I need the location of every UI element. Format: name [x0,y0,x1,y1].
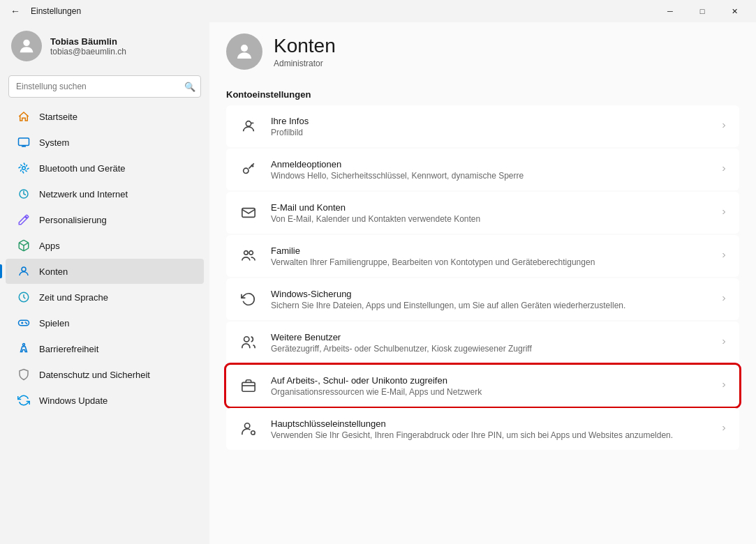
sidebar-item-datenschutz[interactable]: Datenschutz und Sicherheit [6,362,204,387]
nav-icon-netzwerk [17,187,31,201]
sidebar-item-system[interactable]: System [6,130,204,155]
settings-icon-hauptschluessel [237,418,260,440]
svg-point-11 [27,323,27,324]
nav-label-barrierefreiheit: Barrierefreiheit [39,344,98,354]
settings-icon-familie [237,245,260,267]
nav-icon-system [17,135,31,149]
settings-icon-email-konten [237,202,260,224]
settings-title-anmeldeoptionen: Anmeldeoptionen [271,159,709,169]
settings-title-email-konten: E-Mail und Konten [271,202,709,213]
settings-title-hauptschluessel: Hauptschlüsseleinstellungen [271,418,709,429]
svg-point-23 [245,423,250,428]
svg-point-18 [244,251,249,255]
sidebar-item-update[interactable]: Windows Update [6,388,204,413]
page-header-avatar [226,33,262,70]
nav-label-startseite: Startseite [39,112,77,122]
settings-icon-anmeldeoptionen [237,158,260,181]
search-box: 🔍 [8,75,201,98]
page-header-info: Konten Administrator [274,35,336,68]
nav-icon-barrierefreiheit [17,342,31,356]
nav-icon-startseite [17,109,31,123]
settings-item-email-konten[interactable]: E-Mail und KontenVon E-Mail, Kalender un… [226,192,739,234]
settings-title-familie: Familie [271,245,709,256]
content-area: Tobias Bäumlin tobias@baeumlin.ch 🔍 Star… [0,22,756,544]
settings-item-arbeitskonto[interactable]: Auf Arbeits-, Schul- oder Unikonto zugre… [226,365,739,407]
settings-title-ihre-infos: Ihre Infos [271,116,709,126]
chevron-icon-arbeitskonto [720,381,728,391]
sidebar-item-barrierefreiheit[interactable]: Barrierefreiheit [6,336,204,361]
svg-point-19 [249,251,253,255]
nav-icon-apps [17,239,31,252]
settings-title-weitere-benutzer: Weitere Benutzer [271,332,709,342]
minimize-button[interactable]: ─ [654,0,686,22]
user-name: Tobias Bäumlin [50,36,126,47]
settings-title-windows-sicherung: Windows-Sicherung [271,289,709,299]
nav-icon-datenschutz [17,368,31,381]
settings-item-windows-sicherung[interactable]: Windows-SicherungSichern Sie Ihre Dateie… [226,278,739,320]
settings-text-hauptschluessel: HauptschlüsseleinstellungenVerwenden Sie… [271,418,709,440]
main-content: Konten Administrator Kontoeinstellungen … [209,22,756,544]
svg-point-14 [246,121,251,126]
nav-icon-konten [17,264,31,278]
svg-point-2 [22,167,26,170]
svg-point-5 [22,267,26,271]
nav-icon-spielen [17,316,31,330]
nav-label-system: System [39,137,69,148]
nav-label-apps: Apps [39,241,60,251]
user-profile: Tobias Bäumlin tobias@baeumlin.ch [0,22,209,73]
settings-desc-weitere-benutzer: Gerätezugriff, Arbeits- oder Schulbenutz… [271,344,709,354]
settings-text-anmeldeoptionen: AnmeldeoptionenWindows Hello, Sicherheit… [271,159,709,181]
sidebar-item-konten[interactable]: Konten [6,259,204,284]
nav-label-netzwerk: Netzwerk und Internet [39,189,128,199]
nav-label-personalisierung: Personalisierung [39,215,107,225]
chevron-icon-weitere-benutzer [720,338,728,348]
settings-text-familie: FamilieVerwalten Ihrer Familiengruppe, B… [271,245,709,267]
sidebar-item-spielen[interactable]: Spielen [6,310,204,335]
settings-desc-familie: Verwalten Ihrer Familiengruppe, Bearbeit… [271,257,709,267]
section-title: Kontoeinstellungen [226,89,739,100]
search-icon: 🔍 [184,82,195,92]
nav-icon-bluetooth [17,161,31,175]
chevron-icon-windows-sicherung [720,294,728,305]
svg-point-20 [244,337,249,342]
settings-item-anmeldeoptionen[interactable]: AnmeldeoptionenWindows Hello, Sicherheit… [226,149,739,190]
nav-icon-update [17,393,31,407]
chevron-icon-anmeldeoptionen [720,165,728,175]
svg-rect-7 [19,320,29,326]
sidebar-item-bluetooth[interactable]: Bluetooth und Geräte [6,156,204,181]
settings-item-ihre-infos[interactable]: Ihre InfosProfilbild [226,105,739,147]
search-input[interactable] [8,75,201,98]
svg-point-13 [241,45,248,52]
settings-desc-email-konten: Von E-Mail, Kalender und Kontakten verwe… [271,214,709,224]
maximize-button[interactable]: □ [686,0,718,22]
settings-text-weitere-benutzer: Weitere BenutzerGerätezugriff, Arbeits- … [271,332,709,354]
sidebar-item-startseite[interactable]: Startseite [6,104,204,129]
back-button[interactable]: ← [6,1,25,21]
chevron-icon-email-konten [720,208,728,218]
svg-point-10 [25,322,26,323]
titlebar-left: ← Einstellungen [6,1,654,21]
settings-text-ihre-infos: Ihre InfosProfilbild [271,116,709,137]
settings-item-weitere-benutzer[interactable]: Weitere BenutzerGerätezugriff, Arbeits- … [226,322,739,363]
titlebar-title: Einstellungen [31,6,81,16]
settings-text-arbeitskonto: Auf Arbeits-, Schul- oder Unikonto zugre… [271,375,709,397]
nav-icon-zeit [17,290,31,304]
page-header: Konten Administrator [226,22,739,75]
settings-item-familie[interactable]: FamilieVerwalten Ihrer Familiengruppe, B… [226,235,739,277]
settings-icon-ihre-infos [237,115,260,137]
sidebar: Tobias Bäumlin tobias@baeumlin.ch 🔍 Star… [0,22,209,544]
titlebar-controls: ─ □ ✕ [654,0,750,22]
settings-text-email-konten: E-Mail und KontenVon E-Mail, Kalender un… [271,202,709,224]
close-button[interactable]: ✕ [718,0,750,22]
sidebar-item-netzwerk[interactable]: Netzwerk und Internet [6,181,204,206]
settings-icon-arbeitskonto [237,375,260,397]
sidebar-item-zeit[interactable]: Zeit und Sprache [6,285,204,310]
settings-desc-hauptschluessel: Verwenden Sie Ihr Gesicht, Ihren Fingera… [271,430,709,440]
nav-icon-personalisierung [17,213,31,227]
settings-item-hauptschluessel[interactable]: HauptschlüsseleinstellungenVerwenden Sie… [226,408,739,450]
user-email: tobias@baeumlin.ch [50,47,126,56]
sidebar-item-personalisierung[interactable]: Personalisierung [6,207,204,232]
settings-desc-anmeldeoptionen: Windows Hello, Sicherheitsschlüssel, Ken… [271,171,709,181]
sidebar-item-apps[interactable]: Apps [6,233,204,258]
chevron-icon-ihre-infos [720,121,728,132]
